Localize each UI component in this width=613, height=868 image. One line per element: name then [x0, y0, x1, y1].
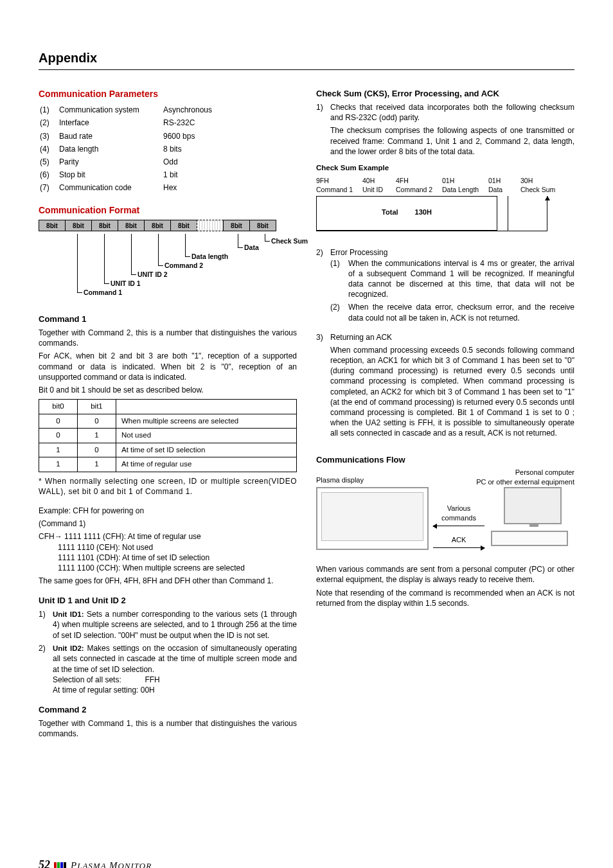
bit-desc-cell: Not used [116, 429, 297, 443]
param-val: 9600 bps [163, 130, 296, 142]
flow-arrows: Various commands ACK [433, 504, 484, 536]
example-title: Example: CFH for powering on [39, 506, 297, 516]
flow-cmd-label: Various commands [433, 504, 484, 523]
plasma-display-icon [316, 487, 429, 550]
heading-command1: Command 1 [39, 314, 297, 325]
param-key: Stop bit [59, 169, 162, 181]
param-val: Asynchronous [163, 104, 296, 116]
pc-icon [491, 487, 574, 550]
err-title: Error Processing [330, 247, 574, 258]
cks-header-item: 30HCheck Sum [520, 177, 565, 193]
err-item: 2) Error Processing [316, 247, 574, 258]
param-val: Hex [163, 182, 296, 193]
flow-diagram: Plasma display Personal computer PC or o… [316, 472, 574, 555]
param-key: Interface [59, 117, 162, 128]
flow-label-right2: PC or other external equipment [476, 477, 574, 487]
cks-header-item: 01HData [488, 177, 520, 193]
flow-label-left: Plasma display [316, 475, 364, 485]
cks1-lead: 1) [316, 102, 330, 123]
example-lines: CFH→ 1111 1111 (CFH): At time of regular… [39, 531, 297, 573]
flow-para1: When various commands are sent from a pe… [316, 564, 574, 585]
bit0-cell: 1 [39, 443, 78, 457]
uid2-sel-label: Selection of all sets: [53, 675, 121, 684]
footer-color-bars-icon [54, 861, 67, 868]
flow-ack-label: ACK [433, 535, 484, 545]
err1-body: When the communications interval is 4 ms… [348, 258, 574, 300]
uid2-sel-value: FFH [145, 675, 159, 684]
format-cell: 8bit [39, 220, 66, 231]
bit1-cell: 1 [78, 457, 116, 472]
flow-label-right1: Personal computer [476, 468, 574, 477]
bit-table-h1: bit1 [78, 400, 116, 414]
bit0-cell: 0 [39, 429, 78, 443]
err2: (2) When the receive data error, checksu… [316, 302, 574, 323]
format-cell: 8bit [223, 220, 250, 231]
label-data: Data [244, 243, 259, 252]
param-key: Baud rate [59, 130, 162, 142]
ack-item: 3) Returning an ACK [316, 332, 574, 342]
uid2-sel: Selection of all sets: FFH [39, 675, 297, 685]
uid2-bold: Unit ID2: [53, 644, 84, 652]
ack-lead: 3) [316, 332, 330, 342]
param-key: Communication code [59, 182, 162, 193]
bit-desc-cell: At time of set ID selection [116, 443, 297, 457]
uid1-body: Sets a number corresponding to the vario… [53, 610, 297, 640]
param-key: Data length [59, 143, 162, 155]
err-lead: 2) [316, 247, 330, 258]
format-cell: 8bit [118, 220, 145, 231]
format-cell: 8bit [170, 220, 197, 231]
uid2-reg: At time of regular setting: 00H [39, 685, 297, 695]
cks-header-item: 40HUnit ID [362, 177, 396, 193]
heading-command2: Command 2 [39, 704, 297, 716]
cks-item1: 1) Checks that received data incorporate… [316, 102, 574, 123]
label-uid2: UNIT ID 2 [138, 270, 168, 279]
err1: (1) When the communications interval is … [316, 258, 574, 300]
param-val: 1 bit [163, 169, 296, 181]
err2-body: When the receive data error, checksum er… [348, 302, 574, 323]
page-title: Appendix [39, 49, 574, 70]
param-val: 8 bits [163, 143, 296, 155]
label-checksum: Check Sum [271, 236, 308, 245]
uid1-lead: 1) [39, 609, 53, 641]
bit0-cell: 0 [39, 414, 78, 429]
label-uid1: UNIT ID 1 [111, 279, 141, 288]
flow-para2: Note that resending of the command is re… [316, 588, 574, 608]
format-cell: 8bit [249, 220, 276, 231]
two-column-layout: Communication Parameters (1)Communicatio… [39, 88, 574, 741]
heading-comm-params: Communication Parameters [39, 88, 297, 100]
bit1-cell: 0 [78, 443, 116, 457]
param-num: (5) [40, 156, 58, 168]
bit-desc-cell: When multiple screens are selected [116, 414, 297, 429]
cks-total-value: 130H [415, 208, 432, 217]
cks-header-item: 4FHCommand 2 [396, 177, 442, 193]
cmd1-footnote: * When normally selecting one screen, ID… [39, 476, 297, 497]
param-num: (1) [40, 104, 58, 116]
param-num: (6) [40, 169, 58, 181]
cks1-body: Checks that received data incorporates b… [330, 102, 574, 123]
cks-total-label: Total [382, 208, 398, 217]
cks-diagram: 9FHCommand 140HUnit ID4FHCommand 201HDat… [316, 177, 574, 236]
example-subtitle: (Command 1) [39, 518, 297, 529]
param-num: (3) [40, 130, 58, 142]
heading-comm-format: Communication Format [39, 204, 297, 217]
cmd2-para: Together with Command 1, this is a numbe… [39, 718, 297, 739]
param-num: (4) [40, 143, 58, 155]
param-val: RS-232C [163, 117, 296, 128]
format-cell: 8bit [144, 220, 171, 231]
bit-table-h2 [116, 400, 297, 414]
label-cmd2: Command 2 [164, 261, 203, 270]
cmd1-para3: Bit 0 and bit 1 should be set as describ… [39, 385, 297, 395]
ack-body: When command processing exceeds 0.5 seco… [316, 345, 574, 439]
heading-cks-example: Check Sum Example [316, 163, 574, 173]
ack-title: Returning an ACK [330, 332, 574, 342]
param-num: (7) [40, 182, 58, 193]
cks-header-item: 01HData Length [442, 177, 488, 193]
bit1-cell: 1 [78, 429, 116, 443]
uid2-lead: 2) [39, 643, 53, 675]
format-byte-row: 8bit 8bit 8bit 8bit 8bit 8bit 8bit 8bit [39, 220, 297, 231]
format-cell: 8bit [91, 220, 118, 231]
page-number: 52 [39, 857, 50, 868]
bit-table-h0: bit0 [39, 400, 78, 414]
bit0-cell: 1 [39, 457, 78, 472]
err2-lead: (2) [330, 302, 348, 323]
